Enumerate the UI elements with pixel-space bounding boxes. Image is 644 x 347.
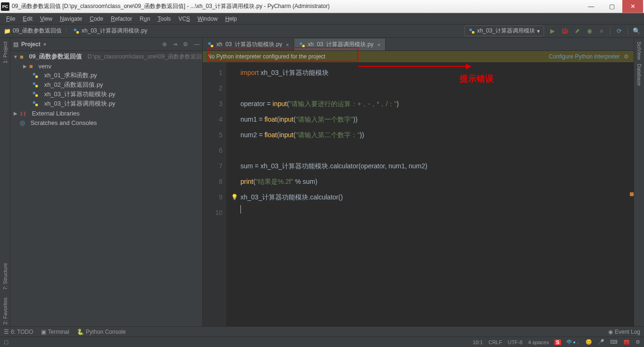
crumb-file[interactable]: xh_03_计算器调用模块.py bbox=[82, 27, 147, 35]
terminal-tool[interactable]: ▣ Terminal bbox=[41, 329, 69, 335]
tree-venv[interactable]: ▶■ venv bbox=[10, 61, 202, 71]
python-console-tool[interactable]: 🐍 Python Console bbox=[77, 329, 126, 335]
tree-file[interactable]: xh_03_计算器调用模块.py bbox=[10, 99, 202, 108]
stop-button[interactable]: ■ bbox=[598, 27, 605, 35]
run-config-name: xh_03_计算器调用模块 bbox=[477, 27, 535, 35]
menu-refactor[interactable]: Refactor bbox=[107, 15, 135, 23]
menu-code[interactable]: Code bbox=[86, 15, 107, 23]
locate-icon[interactable]: ⊕ bbox=[162, 41, 167, 48]
svg-rect-1 bbox=[76, 31, 79, 33]
tree-file[interactable]: xh_03_计算器功能模块.py bbox=[10, 90, 202, 99]
hide-panel-icon[interactable]: — bbox=[194, 41, 199, 48]
collapse-icon[interactable]: ⇥ bbox=[173, 41, 177, 48]
close-tab-icon[interactable]: × bbox=[377, 42, 380, 48]
editor-tabs: xh_03_计算器功能模块.py× xh_03_计算器调用模块.py× bbox=[203, 38, 634, 51]
line-number-gutter: 12345678910 bbox=[203, 62, 226, 326]
ime-indicator[interactable]: 中 ●， bbox=[567, 339, 580, 346]
gear-icon[interactable]: ⚙ bbox=[624, 53, 629, 60]
status-drawer-icon[interactable]: ▢ bbox=[4, 339, 8, 345]
file-encoding[interactable]: UTF-8 bbox=[508, 339, 522, 345]
python-file-icon bbox=[73, 28, 80, 34]
menu-view[interactable]: View bbox=[37, 15, 56, 23]
favorites-tool-tab[interactable]: 2: Favorites bbox=[2, 296, 8, 326]
maximize-button[interactable]: ▢ bbox=[602, 0, 622, 13]
svg-rect-15 bbox=[302, 45, 305, 47]
menu-window[interactable]: Window bbox=[194, 15, 221, 23]
code-editor[interactable]: 12345678910 import xh_03_计算器功能模块 operato… bbox=[203, 62, 634, 326]
python-icon bbox=[469, 28, 475, 34]
database-tool-tab[interactable]: Database bbox=[636, 62, 642, 88]
tree-root[interactable]: ▼■ 09_函数参数返回值 D:\py_classroom\class_one\… bbox=[10, 52, 202, 61]
warning-stripe-marker[interactable] bbox=[630, 192, 634, 196]
indent-settings[interactable]: 4 spaces bbox=[528, 339, 549, 345]
tray-mic-icon[interactable]: 🎤 bbox=[598, 339, 604, 345]
code-content[interactable]: import xh_03_计算器功能模块 operator = input("请… bbox=[226, 62, 634, 326]
project-tool-tab[interactable]: 1: Project bbox=[2, 40, 8, 65]
tree-external-libraries[interactable]: ▶⫿⫿ External Libraries bbox=[10, 108, 202, 118]
menu-tools[interactable]: Tools bbox=[154, 15, 174, 23]
menu-edit[interactable]: Edit bbox=[19, 15, 36, 23]
annotation-text: 提示错误 bbox=[460, 73, 494, 84]
project-view-icon: ▤ bbox=[13, 41, 18, 48]
crumb-root[interactable]: 09_函数参数返回值 bbox=[13, 27, 62, 35]
svg-rect-9 bbox=[35, 94, 38, 97]
bottom-tool-strip: ☰ 6: TODO ▣ Terminal 🐍 Python Console ◉ … bbox=[0, 326, 644, 337]
project-tree[interactable]: ▼■ 09_函数参数返回值 D:\py_classroom\class_one\… bbox=[10, 51, 202, 326]
debug-button[interactable]: 🐞 bbox=[561, 27, 569, 35]
svg-rect-2 bbox=[469, 28, 471, 31]
svg-rect-10 bbox=[33, 101, 35, 104]
tree-scratches[interactable]: ◎ Scratches and Consoles bbox=[10, 118, 202, 127]
crumb-separator: 〉 bbox=[65, 27, 70, 35]
text-caret bbox=[240, 205, 241, 214]
search-everywhere-button[interactable]: 🔍 bbox=[633, 27, 640, 35]
intention-bulb-icon[interactable]: 💡 bbox=[231, 190, 238, 205]
folder-icon: 📁 bbox=[4, 28, 11, 34]
editor-area: xh_03_计算器功能模块.py× xh_03_计算器调用模块.py× No P… bbox=[203, 38, 634, 326]
interpreter-warning-bar: No Python interpreter configured for the… bbox=[203, 51, 634, 62]
tray-gear-icon[interactable]: ⚙ bbox=[636, 339, 640, 345]
svg-rect-5 bbox=[35, 75, 38, 78]
run-configuration-selector[interactable]: xh_03_计算器调用模块 ▾ bbox=[464, 25, 544, 36]
svg-rect-12 bbox=[208, 42, 211, 44]
sciview-tool-tab[interactable]: SciView bbox=[636, 40, 642, 62]
gear-icon[interactable]: ⚙ bbox=[183, 41, 188, 48]
pycharm-icon: PC bbox=[1, 2, 9, 11]
close-tab-icon[interactable]: × bbox=[286, 42, 289, 48]
window-titlebar: PC 09_函数参数返回值 [D:\py_classroom\class_one… bbox=[0, 0, 644, 13]
menu-help[interactable]: Help bbox=[222, 15, 240, 23]
tree-file[interactable]: xh_01_求和函数.py bbox=[10, 71, 202, 80]
window-title: 09_函数参数返回值 [D:\py_classroom\class_one\09… bbox=[12, 2, 581, 10]
svg-rect-6 bbox=[33, 83, 35, 85]
configure-interpreter-link[interactable]: Configure Python interpreter bbox=[549, 53, 620, 60]
menu-run[interactable]: Run bbox=[136, 15, 153, 23]
menu-file[interactable]: File bbox=[3, 15, 18, 23]
run-button[interactable]: ▶ bbox=[549, 27, 556, 35]
right-tool-gutter: SciView Database bbox=[634, 38, 644, 326]
run-with-coverage-button[interactable]: ⬈ bbox=[573, 27, 581, 35]
svg-rect-11 bbox=[35, 104, 38, 106]
editor-tab[interactable]: xh_03_计算器功能模块.py× bbox=[203, 39, 294, 50]
tree-file[interactable]: xh_02_函数返回值.py bbox=[10, 80, 202, 90]
menu-navigate[interactable]: Navigate bbox=[57, 15, 85, 23]
minimize-button[interactable]: — bbox=[581, 0, 602, 13]
menu-vcs[interactable]: VCS bbox=[175, 15, 193, 23]
update-button[interactable]: ⟳ bbox=[615, 27, 623, 35]
tray-settings-icon[interactable]: 🧰 bbox=[623, 339, 630, 345]
chevron-down-icon[interactable]: ▾ bbox=[43, 41, 46, 48]
editor-tab-active[interactable]: xh_03_计算器调用模块.py× bbox=[294, 39, 386, 50]
todo-tool[interactable]: ☰ 6: TODO bbox=[4, 329, 33, 335]
tray-icon[interactable]: 😊 bbox=[586, 339, 592, 345]
structure-tool-tab[interactable]: 7: Structure bbox=[2, 261, 8, 292]
project-panel-title: Project bbox=[21, 41, 41, 48]
line-separator[interactable]: CRLF bbox=[488, 339, 502, 345]
profile-button[interactable]: ◉ bbox=[586, 27, 593, 35]
ime-icon[interactable]: S bbox=[554, 339, 561, 345]
annotation-arrow bbox=[358, 66, 467, 67]
close-button[interactable]: ✕ bbox=[622, 0, 643, 13]
svg-rect-8 bbox=[33, 92, 35, 94]
event-log-tool[interactable]: ◉ Event Log bbox=[608, 329, 640, 335]
tray-keyboard-icon[interactable]: ⌨ bbox=[610, 339, 618, 345]
svg-rect-4 bbox=[33, 73, 35, 75]
cursor-position[interactable]: 10:1 bbox=[473, 339, 483, 345]
svg-rect-13 bbox=[211, 45, 213, 47]
